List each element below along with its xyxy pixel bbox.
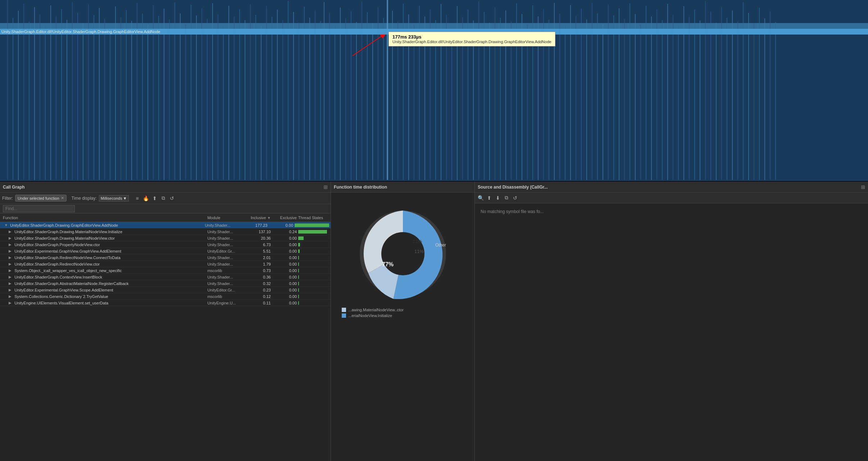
col-thread-header[interactable]: Thread States	[298, 216, 331, 220]
time-display-value: Milliseconds	[101, 196, 122, 200]
svg-rect-59	[309, 18, 310, 180]
source-icon-1[interactable]: 🔍	[477, 194, 484, 202]
legend-color-1	[342, 308, 346, 312]
row-expander[interactable]: ▶	[9, 230, 13, 234]
row-indent	[3, 288, 7, 292]
svg-rect-141	[748, 13, 749, 180]
row-name: UnityEditor.ShaderGraph.Drawing.Material…	[14, 230, 122, 234]
table-row[interactable]: ▶ UnityEditor.ShaderGraph.ContextView.In…	[0, 274, 331, 280]
flame-graph[interactable]: // This won't run inside SVG, bars are h…	[0, 0, 868, 181]
svg-rect-120	[635, 14, 636, 180]
row-exclusive: 0.00	[272, 294, 298, 299]
svg-rect-45	[234, 17, 235, 180]
table-row[interactable]: ▶ UnityEditor.ShaderGraph.RedirectNodeVi…	[0, 254, 331, 261]
filter-close-icon[interactable]: ✕	[61, 196, 64, 200]
search-input[interactable]	[3, 205, 75, 212]
col-module-header[interactable]: Module	[207, 216, 246, 220]
table-row[interactable]: ▶ UnityEditor.ShaderGraph.AbstractMateri…	[0, 280, 331, 287]
row-expander[interactable]: ▶	[9, 294, 13, 298]
row-exclusive: 0.00	[272, 281, 298, 286]
svg-rect-21	[104, 19, 105, 180]
thread-bar	[298, 262, 299, 266]
flame-button[interactable]: 🔥	[142, 195, 150, 202]
refresh-button[interactable]: ↺	[168, 195, 176, 202]
panel-resize-icon[interactable]: ⊞	[861, 184, 865, 190]
table-body[interactable]: ▼ UnityEditor.ShaderGraph.Drawing.GraphE…	[0, 222, 331, 461]
row-thread	[295, 223, 331, 227]
row-expander[interactable]: ▶	[9, 236, 13, 240]
row-expander[interactable]: ▶	[9, 281, 13, 285]
table-row[interactable]: ▼ UnityEditor.ShaderGraph.Drawing.GraphE…	[0, 222, 331, 229]
table-row[interactable]: ▶ System.Collections.Generic.Dictionary`…	[0, 293, 331, 300]
svg-rect-69	[356, 22, 357, 180]
row-expander[interactable]: ▶	[9, 288, 13, 292]
collapse-all-button[interactable]: ≡	[134, 195, 141, 202]
svg-rect-65	[335, 24, 335, 180]
row-name: UnityEditor.ShaderGraph.RedirectNodeView…	[14, 256, 121, 260]
thread-bar	[298, 243, 300, 247]
row-function: ▶ UnityEditor.Experimental.GraphView.Gra…	[0, 249, 207, 253]
svg-rect-43	[223, 25, 224, 180]
thread-bar	[298, 282, 299, 285]
row-name: UnityEditor.Experimental.GraphView.Graph…	[14, 249, 121, 253]
row-expander[interactable]: ▶	[9, 249, 13, 253]
row-indent	[3, 301, 7, 305]
row-module: Unity.Shader...	[207, 262, 246, 266]
source-icon-2[interactable]: ⬆	[486, 194, 493, 202]
row-function: ▶ System.Object._icall_wrapper_ves_icall…	[0, 268, 207, 273]
row-thread	[298, 288, 331, 292]
search-box	[0, 204, 331, 213]
svg-rect-135	[716, 23, 717, 180]
svg-rect-138	[732, 10, 733, 180]
row-thread	[298, 262, 331, 266]
source-icon-3[interactable]: ⬇	[494, 194, 501, 202]
table-row[interactable]: ▶ UnityEditor.ShaderGraph.RedirectNodeVi…	[0, 261, 331, 267]
copy-button[interactable]: ⧉	[160, 195, 167, 202]
row-expander[interactable]: ▶	[9, 268, 13, 272]
col-exclusive-header[interactable]: Exclusive	[272, 216, 298, 220]
row-expander[interactable]: ▶	[9, 243, 13, 247]
col-inclusive-header[interactable]: Inclusive ▼	[246, 216, 272, 220]
table-row[interactable]: ▶ UnityEditor.Experimental.GraphView.Gra…	[0, 248, 331, 254]
export-button[interactable]: ⬆	[151, 195, 158, 202]
row-thread	[298, 275, 331, 279]
row-inclusive: 6.73	[246, 243, 272, 247]
row-expander[interactable]: ▶	[9, 262, 13, 266]
pie-label-11b: 11%	[414, 249, 423, 254]
pie-legend: ...awing.MaterialNodeView..ctor ...erial…	[338, 308, 467, 319]
source-toolbar: 🔍 ⬆ ⬇ ⧉ ↺	[475, 193, 868, 203]
table-header: Function Module Inclusive ▼ Exclusive Th…	[0, 213, 331, 222]
source-icon-4[interactable]: ⧉	[503, 194, 510, 202]
table-row[interactable]: ▶ UnityEditor.Experimental.GraphView.Sco…	[0, 287, 331, 293]
filter-chip[interactable]: Under selected function ✕	[15, 195, 67, 202]
svg-rect-106	[559, 14, 560, 180]
row-indent	[3, 268, 7, 273]
svg-rect-146	[775, 22, 776, 180]
col-function-header[interactable]: Function	[0, 216, 207, 220]
svg-rect-123	[651, 17, 652, 180]
row-indent	[3, 243, 7, 247]
source-icon-5[interactable]: ↺	[512, 194, 519, 202]
svg-rect-79	[414, 25, 414, 180]
table-row[interactable]: ▶ UnityEditor.ShaderGraph.PropertyNodeVi…	[0, 241, 331, 248]
row-expander[interactable]: ▶	[9, 275, 13, 279]
svg-rect-74	[383, 18, 384, 180]
svg-rect-134	[710, 12, 711, 180]
row-expander[interactable]: ▼	[4, 223, 9, 227]
thread-bar	[298, 256, 299, 259]
svg-rect-133	[705, 1, 706, 180]
table-row[interactable]: ▶ System.Object._icall_wrapper_ves_icall…	[0, 267, 331, 274]
row-indent	[3, 249, 7, 253]
table-row[interactable]: ▶ UnityEditor.ShaderGraph.Drawing.Materi…	[0, 229, 331, 235]
table-row[interactable]: ▶ UnityEngine.UIElements.VisualElement.s…	[0, 300, 331, 306]
row-inclusive: 0.23	[246, 288, 272, 292]
source-header: Source and Disassembly (CallGr... ⊞	[475, 182, 868, 193]
row-expander[interactable]: ▶	[9, 301, 13, 305]
row-indent	[3, 281, 7, 286]
table-row[interactable]: ▶ UnityEditor.ShaderGraph.Drawing.Materi…	[0, 235, 331, 241]
toolbar-icons: ≡ 🔥 ⬆ ⧉ ↺	[134, 195, 176, 202]
resize-icon[interactable]: ⊞	[323, 184, 328, 190]
row-inclusive: 2.01	[246, 256, 272, 260]
time-display-select[interactable]: Milliseconds ▼	[99, 195, 129, 202]
row-expander[interactable]: ▶	[9, 256, 13, 259]
